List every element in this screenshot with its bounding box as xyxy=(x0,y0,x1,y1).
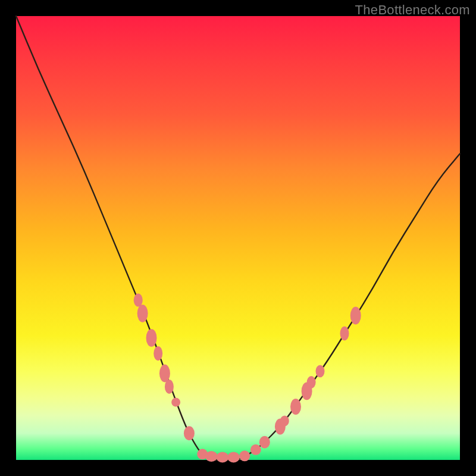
data-marker xyxy=(159,365,170,383)
data-marker xyxy=(280,415,289,426)
data-marker xyxy=(146,329,157,347)
data-marker xyxy=(154,346,162,361)
bottleneck-curve xyxy=(16,16,460,460)
data-marker xyxy=(250,444,261,455)
data-marker xyxy=(217,452,229,463)
data-marker xyxy=(184,426,195,440)
chart-overlay xyxy=(16,16,460,460)
data-marker xyxy=(316,365,325,377)
marker-layer xyxy=(134,293,361,462)
curve-layer xyxy=(16,16,460,460)
data-marker xyxy=(259,436,270,449)
data-marker xyxy=(340,327,349,341)
data-marker xyxy=(137,305,148,322)
outer-frame: TheBottleneck.com xyxy=(0,0,476,476)
data-marker xyxy=(239,450,250,461)
data-marker xyxy=(205,451,218,462)
data-marker xyxy=(227,452,240,463)
data-marker xyxy=(307,376,316,389)
data-marker xyxy=(290,399,301,415)
data-marker xyxy=(134,293,143,306)
data-marker xyxy=(165,380,174,394)
data-marker xyxy=(171,398,180,407)
data-marker xyxy=(350,307,361,325)
